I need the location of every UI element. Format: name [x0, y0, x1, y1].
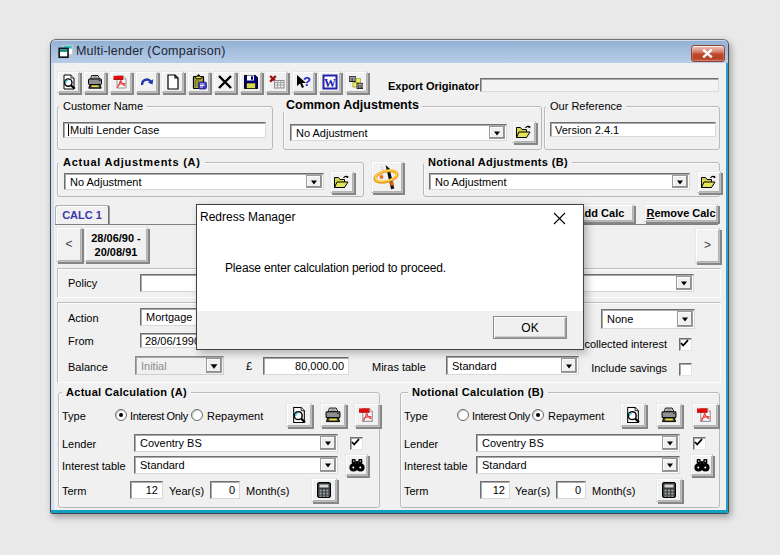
svg-text:W: W [324, 76, 336, 90]
svg-text:?: ? [303, 74, 311, 89]
